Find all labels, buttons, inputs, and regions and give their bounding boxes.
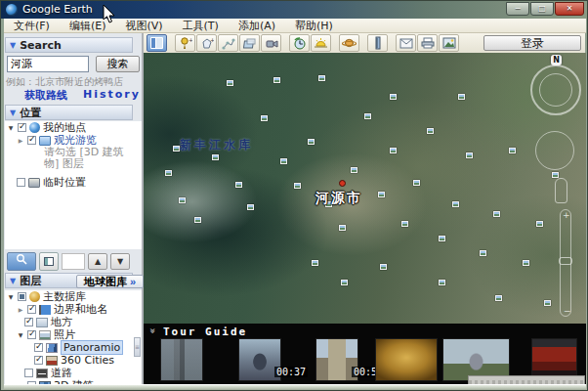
compass-ring[interactable]: [530, 65, 581, 115]
checkbox-temporary[interactable]: [17, 178, 25, 187]
search-panel-header[interactable]: ▼ Search: [5, 37, 133, 53]
photo-marker-icon[interactable]: [427, 128, 434, 134]
photo-marker-icon[interactable]: [308, 139, 315, 145]
photo-marker-icon[interactable]: [544, 300, 551, 306]
photo-marker-icon[interactable]: [247, 204, 254, 210]
expander-icon[interactable]: [7, 124, 15, 132]
photo-marker-icon[interactable]: [480, 250, 486, 256]
checkbox-places-layer[interactable]: [24, 318, 33, 326]
planets-button[interactable]: [339, 34, 359, 52]
photo-marker-icon[interactable]: [280, 158, 287, 164]
checkbox-photos[interactable]: [27, 330, 36, 339]
move-down-button[interactable]: ▼: [110, 253, 130, 270]
expander-icon[interactable]: [17, 331, 24, 339]
get-directions-link[interactable]: 获取路线: [24, 88, 67, 103]
photo-marker-icon[interactable]: [390, 148, 397, 153]
zoom-in-icon[interactable]: +: [563, 210, 570, 220]
photo-marker-icon[interactable]: [235, 182, 242, 188]
photo-marker-icon[interactable]: [312, 260, 318, 266]
photo-marker-icon[interactable]: [294, 183, 301, 189]
photo-marker-icon[interactable]: [523, 260, 529, 266]
menu-file[interactable]: 文件(F): [4, 19, 60, 33]
print-button[interactable]: [417, 34, 438, 52]
menu-add[interactable]: 添加(A): [229, 19, 285, 33]
title-bar[interactable]: Google Earth − □ ✕: [1, 1, 588, 19]
expander-icon[interactable]: [17, 137, 24, 145]
checkbox-360cities[interactable]: [34, 356, 43, 365]
photo-marker-icon[interactable]: [458, 94, 465, 100]
collapse-chevron-icon[interactable]: »: [147, 327, 158, 333]
photo-marker-icon[interactable]: [351, 167, 357, 173]
tour-thumbnail-golden-hall[interactable]: [375, 338, 438, 381]
photo-marker-icon[interactable]: [194, 217, 201, 223]
close-button[interactable]: ✕: [555, 2, 584, 16]
menu-tools[interactable]: 工具(T): [173, 19, 229, 33]
photo-marker-icon[interactable]: [552, 172, 559, 178]
minimize-button[interactable]: −: [506, 2, 529, 16]
historical-imagery-button[interactable]: [289, 34, 310, 52]
photo-marker-icon[interactable]: [212, 154, 219, 160]
photo-marker-icon[interactable]: [439, 280, 445, 285]
email-button[interactable]: [396, 34, 416, 52]
photo-marker-icon[interactable]: [380, 264, 387, 270]
tree-item-borders[interactable]: 边界和地名: [5, 303, 142, 316]
ruler-button[interactable]: [367, 34, 388, 52]
places-panel-header[interactable]: ▼ 位置: [5, 105, 133, 120]
save-image-button[interactable]: [439, 34, 459, 52]
photo-marker-icon[interactable]: [227, 80, 233, 86]
photo-marker-icon[interactable]: [401, 221, 408, 227]
tour-thumbnail-cathedral[interactable]: 00:50: [315, 338, 358, 381]
search-input[interactable]: [7, 56, 89, 72]
photo-marker-icon[interactable]: [452, 201, 459, 207]
checkbox-my-places[interactable]: [18, 123, 26, 132]
sign-in-button[interactable]: 登录: [483, 35, 581, 51]
photo-marker-icon[interactable]: [390, 94, 397, 100]
checkbox-borders[interactable]: [27, 305, 36, 314]
record-tour-button[interactable]: [261, 34, 281, 52]
photo-marker-icon[interactable]: [339, 225, 346, 231]
layers-scrollbar-thumb[interactable]: ≡: [134, 337, 141, 357]
path-button[interactable]: [218, 34, 238, 52]
tree-item-panoramio[interactable]: Panoramio: [5, 341, 142, 354]
city-marker-dot[interactable]: [339, 180, 346, 187]
photo-marker-icon[interactable]: [413, 180, 420, 186]
zoom-out-icon[interactable]: −: [564, 306, 571, 316]
panel-view-button[interactable]: [39, 252, 59, 271]
search-places-button[interactable]: [7, 252, 36, 271]
polygon-button[interactable]: +: [196, 34, 217, 52]
expander-icon[interactable]: [7, 293, 15, 301]
photo-marker-icon[interactable]: [165, 170, 172, 176]
move-joystick[interactable]: [555, 178, 567, 203]
photo-marker-icon[interactable]: [509, 148, 516, 153]
photo-marker-icon[interactable]: [318, 75, 325, 81]
checkbox-panoramio[interactable]: [34, 343, 43, 352]
sunlight-button[interactable]: [311, 34, 331, 52]
layers-panel-header[interactable]: ▼ 图层 地球图库 »: [5, 273, 133, 288]
photo-marker-icon[interactable]: [439, 236, 445, 241]
image-overlay-button[interactable]: [239, 34, 260, 52]
placemark-button[interactable]: +: [175, 34, 195, 52]
photo-marker-icon[interactable]: [536, 221, 543, 227]
maximize-button[interactable]: □: [530, 2, 554, 16]
checkbox-primary-database[interactable]: [18, 292, 26, 301]
tree-item-temporary[interactable]: 临时位置: [5, 176, 142, 189]
expander-icon[interactable]: [17, 306, 24, 314]
tree-item-360cities[interactable]: 360 Cities: [5, 354, 142, 367]
earth-gallery-button[interactable]: 地球图库 »: [76, 275, 144, 288]
tour-thumbnail-buddha[interactable]: 00:37: [238, 338, 281, 381]
history-link[interactable]: History: [83, 88, 141, 101]
photo-marker-icon[interactable]: [466, 152, 473, 158]
search-button[interactable]: 搜索: [96, 56, 140, 72]
photo-marker-icon[interactable]: [261, 115, 268, 121]
photo-marker-icon[interactable]: [364, 113, 371, 119]
tour-thumbnail-pagoda[interactable]: [160, 338, 203, 381]
photo-marker-icon[interactable]: [179, 197, 186, 203]
photo-marker-icon[interactable]: [495, 295, 502, 301]
photo-marker-icon[interactable]: [341, 280, 348, 285]
menu-help[interactable]: 帮助(H): [285, 19, 343, 33]
photo-marker-icon[interactable]: [493, 211, 500, 217]
checkbox-roads[interactable]: [24, 369, 33, 377]
checkbox-sightseeing[interactable]: [27, 136, 36, 145]
zoom-slider-knob[interactable]: [559, 257, 572, 265]
photo-marker-icon[interactable]: [378, 192, 385, 197]
